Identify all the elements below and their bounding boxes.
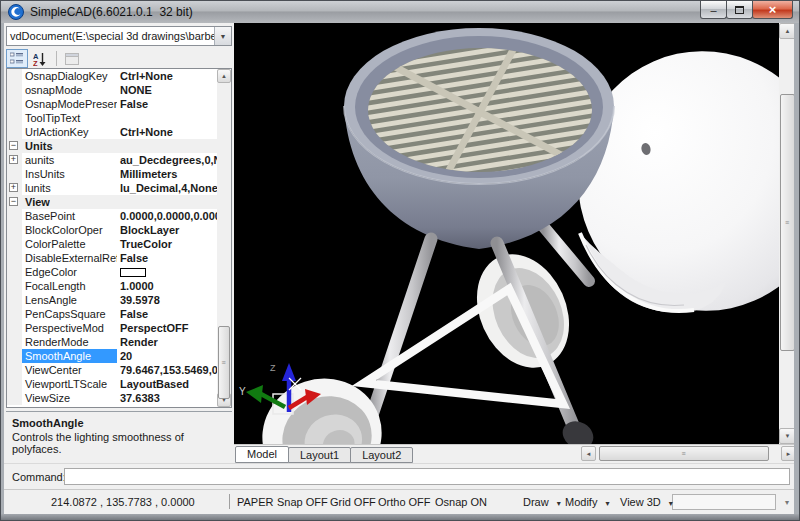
collapse-icon[interactable]: − <box>9 197 18 206</box>
chevron-down-icon[interactable]: ▼ <box>214 27 231 45</box>
window-right-border <box>794 23 799 514</box>
property-name: ViewportLTScale <box>22 377 117 391</box>
property-name: ColorPalette <box>22 237 117 251</box>
window-title: SimpleCAD(6.6021.0.1 32 bit) <box>30 5 193 19</box>
close-icon: × <box>769 2 777 17</box>
scroll-left-icon[interactable]: ◄ <box>581 446 596 461</box>
maximize-icon <box>735 6 744 14</box>
property-row-osnapmode[interactable]: osnapModeNONE <box>7 83 217 97</box>
property-row-viewportltscale[interactable]: ViewportLTScaleLayoutBased <box>7 377 217 391</box>
status-menu-view-3d[interactable]: View 3D▾ <box>620 496 673 508</box>
property-row-pencapssquare[interactable]: PenCapsSquareFalse <box>7 307 217 321</box>
property-name: ViewSize <box>22 391 117 405</box>
property-name: OsnapModePreserve <box>22 97 117 111</box>
property-row-tooltiptext[interactable]: ToolTipText <box>7 111 217 125</box>
collapse-icon[interactable]: − <box>9 141 18 150</box>
property-row-edgecolor[interactable]: EdgeColor <box>7 265 217 279</box>
coordinates-readout: 214.0872 , 135.7783 , 0.0000 <box>51 496 195 508</box>
scroll-up-icon[interactable]: ▲ <box>217 69 231 83</box>
scrollbar-thumb[interactable]: ≡ <box>780 94 795 351</box>
row-margin <box>7 167 22 181</box>
property-name: BasePoint <box>22 209 117 223</box>
status-toggle-snap-off[interactable]: Snap OFF <box>277 496 328 508</box>
property-row-viewcenter[interactable]: ViewCenter79.6467,153.5469,0.0000 <box>7 363 217 377</box>
property-name: PerspectiveMod <box>22 321 117 335</box>
property-value: Ctrl+None <box>117 69 217 83</box>
property-row-aunits[interactable]: +aunitsau_Decdegrees,0,None <box>7 153 217 167</box>
tab-layout2[interactable]: Layout2 <box>350 447 413 463</box>
row-margin <box>7 363 22 377</box>
row-margin <box>7 391 22 405</box>
property-name: aunits <box>22 153 117 167</box>
menu-label: Draw <box>523 496 549 508</box>
property-name: LensAngle <box>22 293 117 307</box>
property-value: 20 <box>117 349 217 363</box>
tab-layout1[interactable]: Layout1 <box>288 447 351 463</box>
status-divider <box>229 494 230 509</box>
color-swatch[interactable] <box>120 268 146 277</box>
scrollbar-thumb[interactable]: ≡ <box>218 326 230 399</box>
property-row-lensangle[interactable]: LensAngle39.5978 <box>7 293 217 307</box>
property-value <box>117 265 217 279</box>
window-bottom-border <box>1 514 799 521</box>
close-button[interactable]: × <box>752 1 793 19</box>
property-row-osnapdialogkey[interactable]: OsnapDialogKeyCtrl+None <box>7 69 217 83</box>
property-row-blockcoloroper[interactable]: BlockColorOperBlockLayer <box>7 223 217 237</box>
toolbar-separator <box>56 51 57 66</box>
status-menu-draw[interactable]: Draw▾ <box>523 496 561 508</box>
row-margin <box>7 335 22 349</box>
minimize-button[interactable]: – <box>700 1 727 19</box>
categorized-icon[interactable] <box>6 49 28 68</box>
property-name: SmoothAngle <box>22 349 117 363</box>
property-row-osnapmodepreserve[interactable]: OsnapModePreserveFalse <box>7 97 217 111</box>
property-pages-icon[interactable] <box>61 49 83 68</box>
property-row-rendermode[interactable]: RenderModeRender <box>7 335 217 349</box>
status-toggle-ortho-off[interactable]: Ortho OFF <box>378 496 431 508</box>
scrollbar-thumb[interactable]: ≡ <box>599 446 769 461</box>
property-value: PerspectOFF <box>117 321 217 335</box>
property-row-units[interactable]: −Units <box>7 139 217 153</box>
property-row-view[interactable]: −View <box>7 195 217 209</box>
titlebar[interactable]: SimpleCAD(6.6021.0.1 32 bit) – × <box>1 1 799 23</box>
tab-model[interactable]: Model <box>235 446 289 463</box>
maximize-button[interactable] <box>726 1 753 19</box>
viewport-horizontal-scrollbar[interactable]: ◄ ► ≡ <box>581 446 796 463</box>
property-row-basepoint[interactable]: BasePoint0.0000,0.0000,0.0000 <box>7 209 217 223</box>
property-grid-scrollbar[interactable]: ▲ ▼ ≡ <box>217 69 231 407</box>
property-row-focallength[interactable]: FocalLength1.0000 <box>7 279 217 293</box>
property-value: 39.5978 <box>117 293 217 307</box>
description-text: Controls the lighting smoothness of poly… <box>12 431 226 455</box>
property-name: lunits <box>22 181 117 195</box>
status-toggle-grid-off[interactable]: Grid OFF <box>330 496 376 508</box>
status-menu-modify[interactable]: Modify▾ <box>565 496 609 508</box>
row-margin <box>7 251 22 265</box>
property-row-viewsize[interactable]: ViewSize37.6383 <box>7 391 217 405</box>
property-name: Units <box>22 139 53 153</box>
status-bar: 214.0872 , 135.7783 , 0.0000 ▾ PAPERSnap… <box>4 489 796 514</box>
property-row-colorpalette[interactable]: ColorPaletteTrueColor <box>7 237 217 251</box>
row-margin <box>7 209 22 223</box>
layout-tab-strip: ModelLayout1Layout2 ◄ ► ≡ <box>234 444 796 463</box>
property-row-smoothangle[interactable]: SmoothAngle20 <box>7 349 217 363</box>
property-row-lunits[interactable]: +lunitslu_Decimal,4,None <box>7 181 217 195</box>
expand-icon[interactable]: + <box>9 155 18 164</box>
alphabetical-sort-icon[interactable]: A Z <box>29 49 51 68</box>
property-row-insunits[interactable]: InsUnitsMillimeters <box>7 167 217 181</box>
property-name: ViewCenter <box>22 363 117 377</box>
property-row-urlactionkey[interactable]: UrlActionKeyCtrl+None <box>7 125 217 139</box>
status-toggle-osnap-on[interactable]: Osnap ON <box>435 496 487 508</box>
property-row-disableexternalrefer[interactable]: DisableExternalReferFalse <box>7 251 217 265</box>
property-value: 37.6383 <box>117 391 217 405</box>
property-value: BlockLayer <box>117 223 217 237</box>
command-input[interactable] <box>64 468 790 485</box>
property-description-pane: SmoothAngle Controls the lighting smooth… <box>6 411 232 463</box>
expand-icon[interactable]: + <box>9 183 18 192</box>
status-progress-box <box>672 494 776 510</box>
menu-label: Modify <box>565 496 597 508</box>
status-toggle-paper[interactable]: PAPER <box>237 496 273 508</box>
property-row-perspectivemod[interactable]: PerspectiveModPerspectOFF <box>7 321 217 335</box>
property-value: False <box>117 251 217 265</box>
viewport-3d[interactable]: Y Z <box>234 23 779 444</box>
document-combobox[interactable]: vdDocument(E:\special 3d drawings\barbec… <box>6 26 232 46</box>
row-margin: − <box>7 195 22 209</box>
